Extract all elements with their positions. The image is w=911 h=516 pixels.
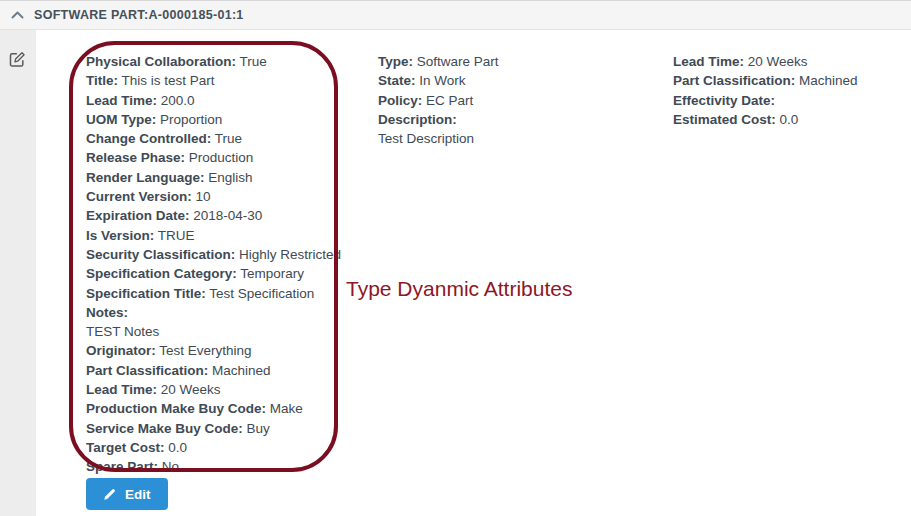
field-label: Security Classification: bbox=[86, 247, 235, 262]
field-row: Target Cost: 0.0 bbox=[86, 438, 341, 457]
field-value: 200.0 bbox=[161, 93, 195, 108]
field-label: Production Make Buy Code: bbox=[86, 401, 266, 416]
field-row: Security Classification: Highly Restrict… bbox=[86, 245, 341, 264]
field-value: Test Specification bbox=[209, 286, 314, 301]
field-value: Highly Restricted bbox=[239, 247, 341, 262]
field-label: Lead Time: bbox=[673, 54, 744, 69]
field-label: Part Classification: bbox=[86, 363, 208, 378]
field-value: Temporary bbox=[240, 266, 304, 281]
chevron-up-icon[interactable] bbox=[0, 11, 34, 19]
field-value: True bbox=[215, 131, 242, 146]
field-row: Production Make Buy Code: Make bbox=[86, 399, 341, 418]
field-label: Specification Title: bbox=[86, 286, 206, 301]
edit-pencil-square-icon[interactable] bbox=[9, 51, 26, 68]
field-row: Part Classification: Machined bbox=[673, 71, 858, 90]
edit-button[interactable]: Edit bbox=[86, 478, 168, 510]
field-label: Lead Time: bbox=[86, 93, 157, 108]
field-value: Buy bbox=[247, 421, 270, 436]
field-value: 2018-04-30 bbox=[193, 208, 262, 223]
field-label: Release Phase: bbox=[86, 150, 185, 165]
field-label: Specification Category: bbox=[86, 266, 237, 281]
field-value: Proportion bbox=[160, 112, 222, 127]
field-row: Lead Time: 200.0 bbox=[86, 91, 341, 110]
field-label: Service Make Buy Code: bbox=[86, 421, 243, 436]
field-value: 20 Weeks bbox=[161, 382, 221, 397]
field-value: No bbox=[162, 459, 179, 474]
field-row: Type: Software Part bbox=[378, 52, 499, 71]
field-row: Title: This is test Part bbox=[86, 71, 341, 90]
field-row: Effectivity Date: bbox=[673, 91, 858, 110]
field-row: State: In Work bbox=[378, 71, 499, 90]
field-row: Spare Part: No bbox=[86, 457, 341, 476]
field-label: Part Classification: bbox=[673, 73, 795, 88]
attributes-column-left: Physical Collaboration: TrueTitle: This … bbox=[86, 52, 341, 477]
field-label: Expiration Date: bbox=[86, 208, 190, 223]
field-label: Physical Collaboration: bbox=[86, 54, 236, 69]
field-label: UOM Type: bbox=[86, 112, 156, 127]
field-label: Render Language: bbox=[86, 170, 205, 185]
field-row: Change Controlled: True bbox=[86, 129, 341, 148]
field-label: Description: bbox=[378, 112, 457, 127]
field-label: Policy: bbox=[378, 93, 422, 108]
field-row: TEST Notes bbox=[86, 322, 341, 341]
field-label: Title: bbox=[86, 73, 118, 88]
field-value: English bbox=[208, 170, 252, 185]
field-row: Release Phase: Production bbox=[86, 148, 341, 167]
field-value: 0.0 bbox=[780, 112, 799, 127]
field-value: TRUE bbox=[158, 228, 195, 243]
field-value: 10 bbox=[196, 189, 211, 204]
annotation-text: Type Dyanmic Attributes bbox=[346, 277, 572, 301]
field-label: Change Controlled: bbox=[86, 131, 211, 146]
field-row: Is Version: TRUE bbox=[86, 226, 341, 245]
field-value: TEST Notes bbox=[86, 324, 159, 339]
section-title: SOFTWARE PART:A-0000185-01:1 bbox=[34, 8, 244, 22]
field-row: Specification Category: Temporary bbox=[86, 264, 341, 283]
field-value: 0.0 bbox=[168, 440, 187, 455]
field-value: This is test Part bbox=[122, 73, 215, 88]
field-label: Originator: bbox=[86, 343, 156, 358]
section-header[interactable]: SOFTWARE PART:A-0000185-01:1 bbox=[0, 0, 911, 30]
side-rail bbox=[0, 30, 36, 516]
field-value: Machined bbox=[799, 73, 858, 88]
field-row: Render Language: English bbox=[86, 168, 341, 187]
attributes-column-middle: Type: Software PartState: In WorkPolicy:… bbox=[378, 52, 499, 148]
field-label: Estimated Cost: bbox=[673, 112, 776, 127]
field-row: Lead Time: 20 Weeks bbox=[673, 52, 858, 71]
field-label: Effectivity Date: bbox=[673, 93, 775, 108]
field-label: Notes: bbox=[86, 305, 128, 320]
field-row: Description: bbox=[378, 110, 499, 129]
field-row: Policy: EC Part bbox=[378, 91, 499, 110]
field-value: EC Part bbox=[426, 93, 473, 108]
field-value: Software Part bbox=[417, 54, 499, 69]
field-value: 20 Weeks bbox=[748, 54, 808, 69]
field-row: Originator: Test Everything bbox=[86, 341, 341, 360]
field-label: Is Version: bbox=[86, 228, 154, 243]
field-label: Lead Time: bbox=[86, 382, 157, 397]
edit-button-label: Edit bbox=[125, 487, 151, 502]
field-label: Current Version: bbox=[86, 189, 192, 204]
field-label: State: bbox=[378, 73, 416, 88]
attributes-column-right: Lead Time: 20 WeeksPart Classification: … bbox=[673, 52, 858, 129]
field-row: Specification Title: Test Specification bbox=[86, 284, 341, 303]
field-value: Test Description bbox=[378, 131, 474, 146]
field-row: UOM Type: Proportion bbox=[86, 110, 341, 129]
field-row: Part Classification: Machined bbox=[86, 361, 341, 380]
field-row: Current Version: 10 bbox=[86, 187, 341, 206]
field-value: Production bbox=[189, 150, 254, 165]
field-label: Type: bbox=[378, 54, 413, 69]
field-value: Test Everything bbox=[159, 343, 251, 358]
field-row: Estimated Cost: 0.0 bbox=[673, 110, 858, 129]
field-row: Service Make Buy Code: Buy bbox=[86, 419, 341, 438]
field-row: Test Description bbox=[378, 129, 499, 148]
field-label: Target Cost: bbox=[86, 440, 165, 455]
field-value: Make bbox=[270, 401, 303, 416]
field-value: Machined bbox=[212, 363, 271, 378]
field-row: Expiration Date: 2018-04-30 bbox=[86, 206, 341, 225]
field-row: Notes: bbox=[86, 303, 341, 322]
field-row: Physical Collaboration: True bbox=[86, 52, 341, 71]
pencil-icon bbox=[103, 488, 116, 501]
field-label: Spare Part: bbox=[86, 459, 158, 474]
field-row: Lead Time: 20 Weeks bbox=[86, 380, 341, 399]
field-value: True bbox=[240, 54, 267, 69]
field-value: In Work bbox=[419, 73, 465, 88]
